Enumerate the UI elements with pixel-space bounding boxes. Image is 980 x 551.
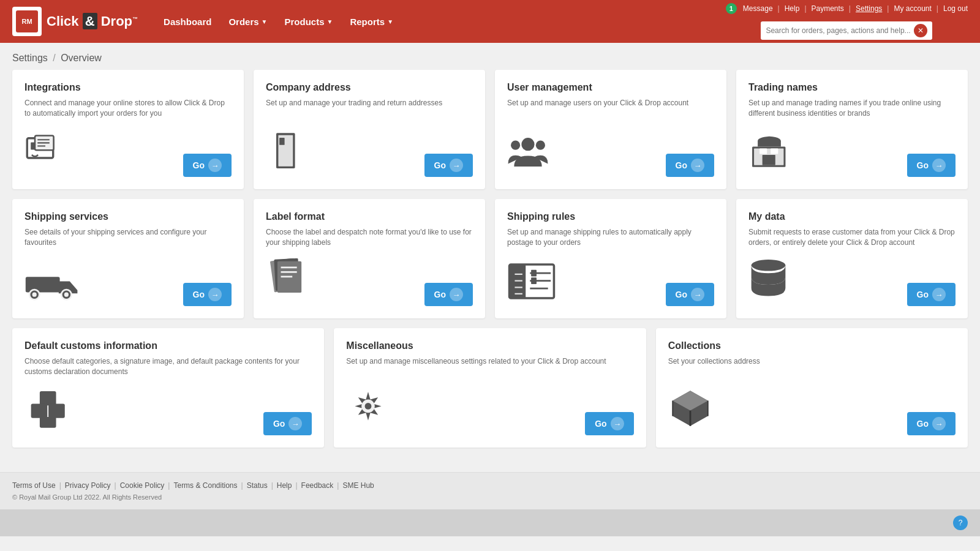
shipping-rules-go-button[interactable]: Go →: [666, 283, 714, 306]
footer-feedback[interactable]: Feedback: [301, 481, 334, 490]
card-default-customs-desc: Choose default categories, a signature i…: [24, 356, 312, 377]
trading-names-go-button[interactable]: Go →: [907, 154, 956, 177]
default-customs-go-arrow-icon: →: [288, 417, 302, 430]
card-shipping-services-bottom: Go →: [24, 268, 232, 306]
card-shipping-services-desc: See details of your shipping services an…: [24, 227, 232, 248]
logo-drop: Drop: [97, 13, 132, 29]
card-company-address-desc: Set up and manage your trading and retur…: [266, 98, 473, 108]
svg-rect-12: [760, 148, 767, 154]
card-integrations-bottom: Go →: [24, 130, 232, 177]
card-shipping-rules: Shipping rules Set up and manage shippin…: [495, 199, 726, 318]
card-miscellaneous: Miscellaneous Set up and manage miscella…: [334, 328, 646, 448]
collections-go-arrow-icon: →: [932, 417, 946, 430]
footer-copyright: © Royal Mail Group Ltd 2022. All Rights …: [12, 493, 968, 501]
miscellaneous-go-arrow-icon: →: [611, 417, 624, 430]
header: RM Click & Drop™ Dashboard Orders ▼ Prod…: [0, 0, 980, 43]
search-input[interactable]: [766, 26, 910, 35]
collections-go-button[interactable]: Go →: [907, 412, 956, 435]
card-user-management-desc: Set up and manage users on your Click & …: [507, 98, 714, 108]
card-collections: Collections Set your collections address…: [656, 328, 968, 448]
settings-link[interactable]: Settings: [856, 4, 882, 13]
company-address-go-button[interactable]: Go →: [424, 154, 473, 177]
label-format-go-arrow-icon: →: [450, 288, 463, 301]
default-customs-icon: [24, 388, 74, 435]
user-management-icon: [507, 130, 549, 177]
footer-sep4: |: [241, 481, 243, 490]
shipping-rules-icon: [507, 261, 556, 306]
card-my-data-bottom: Go →: [748, 258, 956, 306]
card-default-customs-bottom: Go →: [24, 388, 312, 435]
nav-dashboard[interactable]: Dashboard: [156, 12, 219, 32]
svg-rect-11: [763, 155, 775, 165]
svg-point-26: [752, 260, 786, 271]
footer-terms-of-use[interactable]: Terms of Use: [12, 481, 56, 490]
card-default-customs: Default customs information Choose defau…: [12, 328, 324, 448]
card-collections-title: Collections: [668, 340, 956, 351]
card-integrations: Integrations Connect and manage your onl…: [12, 70, 244, 189]
reports-chevron-icon: ▼: [387, 18, 393, 25]
card-my-data-title: My data: [748, 211, 956, 222]
label-format-go-button[interactable]: Go →: [424, 283, 473, 306]
card-user-management: User management Set up and manage users …: [495, 70, 726, 189]
my-data-icon: [748, 258, 788, 306]
nav-orders[interactable]: Orders ▼: [221, 12, 274, 32]
svg-rect-29: [48, 404, 65, 418]
card-miscellaneous-title: Miscellaneous: [346, 340, 633, 351]
footer-status[interactable]: Status: [247, 481, 268, 490]
label-format-icon: [266, 258, 306, 306]
shipping-rules-go-arrow-icon: →: [691, 288, 704, 301]
sep2: |: [804, 4, 806, 13]
footer-cookie-policy[interactable]: Cookie Policy: [120, 481, 165, 490]
card-label-format: Label format Choose the label and despat…: [254, 199, 485, 318]
default-customs-go-button[interactable]: Go →: [263, 412, 312, 435]
logo-click: Click: [47, 13, 83, 29]
card-trading-names-bottom: Go →: [748, 130, 956, 177]
svg-rect-24: [531, 270, 537, 277]
nav-reports[interactable]: Reports ▼: [342, 12, 401, 32]
my-data-go-button[interactable]: Go →: [907, 283, 956, 306]
footer-help[interactable]: Help: [277, 481, 292, 490]
my-account-link[interactable]: My account: [894, 4, 931, 13]
logo-trademark: ™: [132, 16, 138, 22]
logout-link[interactable]: Log out: [943, 4, 968, 13]
header-links: 1 Message | Help | Payments | Settings |…: [726, 3, 968, 14]
svg-rect-5: [279, 138, 285, 145]
products-chevron-icon: ▼: [327, 18, 333, 25]
footer-sep3: |: [168, 481, 170, 490]
main-nav: Dashboard Orders ▼ Products ▼ Reports ▼: [156, 12, 707, 32]
footer-terms-conditions[interactable]: Terms & Conditions: [173, 481, 237, 490]
royal-mail-logo-inner: RM: [16, 10, 38, 32]
company-address-icon: [266, 130, 307, 177]
footer-sep7: |: [337, 481, 339, 490]
integrations-go-button[interactable]: Go →: [183, 154, 232, 177]
collections-icon: [668, 386, 712, 435]
shipping-services-go-button[interactable]: Go →: [183, 283, 232, 306]
payments-link[interactable]: Payments: [812, 4, 844, 13]
svg-rect-30: [40, 417, 56, 428]
card-integrations-title: Integrations: [24, 82, 232, 93]
card-trading-names-desc: Set up and manage trading names if you t…: [748, 98, 956, 119]
breadcrumb-parent: Settings: [12, 53, 48, 63]
footer-sme-hub[interactable]: SME Hub: [342, 481, 374, 490]
footer-privacy-policy[interactable]: Privacy Policy: [65, 481, 111, 490]
search-button[interactable]: ✕: [914, 24, 927, 37]
miscellaneous-go-button[interactable]: Go →: [585, 412, 633, 435]
search-bar[interactable]: ✕: [761, 21, 932, 40]
card-user-management-bottom: Go →: [507, 130, 714, 177]
nav-products[interactable]: Products ▼: [277, 12, 341, 32]
card-shipping-services-title: Shipping services: [24, 211, 232, 222]
card-trading-names-title: Trading names: [748, 82, 956, 93]
card-my-data-desc: Submit requests to erase customer data f…: [748, 227, 956, 248]
breadcrumb-sep: /: [53, 53, 55, 63]
message-link[interactable]: Message: [743, 4, 773, 13]
footer-sep2: |: [115, 481, 116, 490]
footer: Terms of Use | Privacy Policy | Cookie P…: [0, 472, 980, 509]
cards-row-3: Default customs information Choose defau…: [12, 328, 968, 448]
card-collections-desc: Set your collections address: [668, 356, 956, 367]
help-link[interactable]: Help: [785, 4, 800, 13]
user-management-go-button[interactable]: Go →: [666, 154, 714, 177]
card-label-format-title: Label format: [266, 211, 473, 222]
cards-row-2: Shipping services See details of your sh…: [12, 199, 968, 318]
cards-row-1: Integrations Connect and manage your onl…: [12, 70, 968, 189]
help-badge-button[interactable]: ?: [953, 515, 968, 530]
